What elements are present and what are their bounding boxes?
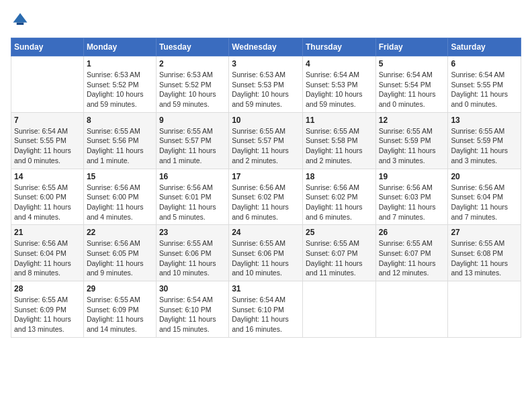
calendar-cell: 21Sunrise: 6:56 AM Sunset: 6:04 PM Dayli… [11,225,84,281]
calendar-header: SundayMondayTuesdayWednesdayThursdayFrid… [11,38,521,56]
calendar-cell: 30Sunrise: 6:54 AM Sunset: 6:10 PM Dayli… [156,281,228,338]
day-number: 1 [87,59,153,68]
calendar-week-row: 14Sunrise: 6:55 AM Sunset: 6:00 PM Dayli… [11,169,521,225]
day-number: 30 [159,284,226,293]
day-info: Sunrise: 6:54 AM Sunset: 5:54 PM Dayligh… [379,70,445,109]
svg-marker-0 [13,13,28,23]
calendar-body: 1Sunrise: 6:53 AM Sunset: 5:52 PM Daylig… [11,56,521,338]
day-info: Sunrise: 6:56 AM Sunset: 6:02 PM Dayligh… [306,183,373,222]
day-info: Sunrise: 6:53 AM Sunset: 5:53 PM Dayligh… [232,70,300,109]
calendar-cell: 7Sunrise: 6:54 AM Sunset: 5:55 PM Daylig… [11,112,84,169]
calendar-cell: 6Sunrise: 6:54 AM Sunset: 5:55 PM Daylig… [448,56,521,113]
day-info: Sunrise: 6:54 AM Sunset: 5:55 PM Dayligh… [451,70,518,109]
day-number: 3 [232,59,300,68]
day-number: 28 [14,284,81,293]
day-info: Sunrise: 6:56 AM Sunset: 6:02 PM Dayligh… [232,183,300,222]
calendar-cell: 24Sunrise: 6:55 AM Sunset: 6:06 PM Dayli… [229,225,303,281]
svg-rect-1 [17,23,24,26]
day-number: 11 [306,116,373,125]
day-number: 25 [306,228,373,237]
day-info: Sunrise: 6:55 AM Sunset: 5:58 PM Dayligh… [306,126,373,166]
calendar-cell: 3Sunrise: 6:53 AM Sunset: 5:53 PM Daylig… [229,56,303,113]
calendar-cell [302,281,375,338]
day-number: 16 [159,172,226,181]
calendar-cell: 19Sunrise: 6:56 AM Sunset: 6:03 PM Dayli… [375,169,448,225]
calendar-cell: 31Sunrise: 6:54 AM Sunset: 6:10 PM Dayli… [229,281,303,338]
day-info: Sunrise: 6:55 AM Sunset: 6:00 PM Dayligh… [14,183,81,222]
calendar-cell: 11Sunrise: 6:55 AM Sunset: 5:58 PM Dayli… [302,112,375,169]
weekday-header-saturday: Saturday [448,38,521,56]
day-number: 5 [379,59,445,68]
day-number: 15 [87,172,153,181]
calendar-cell: 5Sunrise: 6:54 AM Sunset: 5:54 PM Daylig… [375,56,448,113]
day-number: 19 [379,172,445,181]
page-header [11,11,521,30]
day-number: 23 [159,228,226,237]
day-info: Sunrise: 6:55 AM Sunset: 5:59 PM Dayligh… [451,126,518,166]
calendar-cell [11,56,84,113]
day-number: 26 [379,228,445,237]
calendar-cell: 16Sunrise: 6:56 AM Sunset: 6:01 PM Dayli… [156,169,228,225]
calendar-cell: 15Sunrise: 6:56 AM Sunset: 6:00 PM Dayli… [83,169,156,225]
day-number: 22 [87,228,153,237]
day-info: Sunrise: 6:54 AM Sunset: 6:10 PM Dayligh… [232,295,300,334]
calendar-week-row: 7Sunrise: 6:54 AM Sunset: 5:55 PM Daylig… [11,112,521,169]
calendar-cell: 2Sunrise: 6:53 AM Sunset: 5:52 PM Daylig… [156,56,228,113]
day-info: Sunrise: 6:55 AM Sunset: 5:56 PM Dayligh… [87,126,153,166]
calendar-cell: 25Sunrise: 6:55 AM Sunset: 6:07 PM Dayli… [302,225,375,281]
calendar-cell: 9Sunrise: 6:55 AM Sunset: 5:57 PM Daylig… [156,112,228,169]
calendar-cell: 22Sunrise: 6:56 AM Sunset: 6:05 PM Dayli… [83,225,156,281]
calendar-cell: 20Sunrise: 6:56 AM Sunset: 6:04 PM Dayli… [448,169,521,225]
day-info: Sunrise: 6:56 AM Sunset: 6:00 PM Dayligh… [87,183,153,222]
calendar-cell: 23Sunrise: 6:55 AM Sunset: 6:06 PM Dayli… [156,225,228,281]
weekday-header-monday: Monday [83,38,156,56]
calendar-cell: 29Sunrise: 6:55 AM Sunset: 6:09 PM Dayli… [83,281,156,338]
weekday-header-friday: Friday [375,38,448,56]
logo [11,11,32,30]
day-info: Sunrise: 6:56 AM Sunset: 6:03 PM Dayligh… [379,183,445,222]
calendar-cell [375,281,448,338]
calendar-cell: 4Sunrise: 6:54 AM Sunset: 5:53 PM Daylig… [302,56,375,113]
calendar-cell: 26Sunrise: 6:55 AM Sunset: 6:07 PM Dayli… [375,225,448,281]
calendar-week-row: 21Sunrise: 6:56 AM Sunset: 6:04 PM Dayli… [11,225,521,281]
weekday-header-sunday: Sunday [11,38,84,56]
calendar-week-row: 1Sunrise: 6:53 AM Sunset: 5:52 PM Daylig… [11,56,521,113]
day-number: 20 [451,172,518,181]
day-number: 7 [14,116,81,125]
day-info: Sunrise: 6:55 AM Sunset: 6:09 PM Dayligh… [14,295,81,334]
weekday-header-tuesday: Tuesday [156,38,228,56]
calendar-cell: 8Sunrise: 6:55 AM Sunset: 5:56 PM Daylig… [83,112,156,169]
calendar-cell [448,281,521,338]
day-number: 31 [232,284,300,293]
weekday-header-wednesday: Wednesday [229,38,303,56]
day-info: Sunrise: 6:56 AM Sunset: 6:04 PM Dayligh… [451,183,518,222]
calendar-cell: 18Sunrise: 6:56 AM Sunset: 6:02 PM Dayli… [302,169,375,225]
weekday-header-thursday: Thursday [302,38,375,56]
day-number: 2 [159,59,226,68]
day-number: 17 [232,172,300,181]
day-info: Sunrise: 6:55 AM Sunset: 6:07 PM Dayligh… [379,238,445,278]
day-number: 8 [87,116,153,125]
calendar-cell: 12Sunrise: 6:55 AM Sunset: 5:59 PM Dayli… [375,112,448,169]
calendar-cell: 1Sunrise: 6:53 AM Sunset: 5:52 PM Daylig… [83,56,156,113]
day-number: 10 [232,116,300,125]
day-info: Sunrise: 6:55 AM Sunset: 6:07 PM Dayligh… [306,238,373,278]
calendar-cell: 27Sunrise: 6:55 AM Sunset: 6:08 PM Dayli… [448,225,521,281]
day-info: Sunrise: 6:55 AM Sunset: 6:06 PM Dayligh… [232,238,300,278]
calendar-cell: 28Sunrise: 6:55 AM Sunset: 6:09 PM Dayli… [11,281,84,338]
calendar-cell: 10Sunrise: 6:55 AM Sunset: 5:57 PM Dayli… [229,112,303,169]
day-number: 12 [379,116,445,125]
day-info: Sunrise: 6:53 AM Sunset: 5:52 PM Dayligh… [159,70,226,109]
day-info: Sunrise: 6:54 AM Sunset: 5:55 PM Dayligh… [14,126,81,166]
day-info: Sunrise: 6:54 AM Sunset: 5:53 PM Dayligh… [306,70,373,109]
day-number: 9 [159,116,226,125]
weekday-row: SundayMondayTuesdayWednesdayThursdayFrid… [11,38,521,56]
day-info: Sunrise: 6:55 AM Sunset: 6:08 PM Dayligh… [451,238,518,278]
day-info: Sunrise: 6:55 AM Sunset: 5:57 PM Dayligh… [159,126,226,166]
calendar-week-row: 28Sunrise: 6:55 AM Sunset: 6:09 PM Dayli… [11,281,521,338]
day-info: Sunrise: 6:56 AM Sunset: 6:05 PM Dayligh… [87,238,153,278]
day-number: 24 [232,228,300,237]
calendar-cell: 13Sunrise: 6:55 AM Sunset: 5:59 PM Dayli… [448,112,521,169]
day-info: Sunrise: 6:56 AM Sunset: 6:01 PM Dayligh… [159,183,226,222]
day-number: 27 [451,228,518,237]
